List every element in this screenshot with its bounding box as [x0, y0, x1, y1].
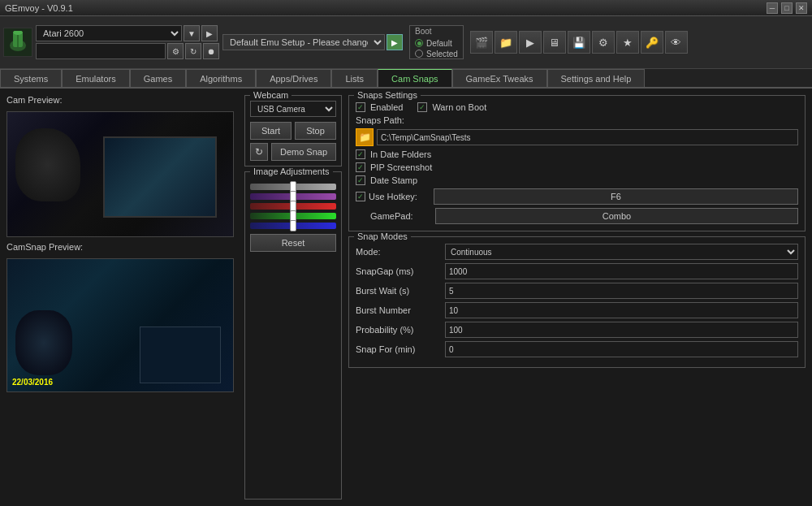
tab-lists[interactable]: Lists	[331, 69, 378, 87]
warn-on-boot-checkbox[interactable]	[417, 102, 427, 112]
hue-slider[interactable]	[250, 193, 336, 200]
key-icon-btn[interactable]: 🔑	[641, 31, 663, 54]
system-settings-btn[interactable]: ▼	[184, 25, 200, 41]
snaps-settings-group: Snaps Settings Enabled Warn on Boot Snap…	[348, 95, 806, 231]
snap-screen-shape	[140, 327, 221, 383]
burst-wait-label: Burst Wait (s)	[356, 286, 445, 296]
boot-selected-label: Selected	[426, 50, 458, 58]
chip-icon-btn[interactable]: 💾	[568, 31, 590, 54]
image-adj-group: Image Adjustments Reset	[244, 171, 342, 500]
folder-icon-btn[interactable]: 📁	[495, 31, 517, 54]
mode-row: Mode: Continuous Single Burst	[356, 244, 798, 260]
refresh-demo-row: ↻ Demo Snap	[250, 143, 336, 161]
emu-dropdown[interactable]: Default Emu Setup - Please change	[222, 34, 385, 50]
tab-cam-snaps[interactable]: Cam Snaps	[378, 69, 451, 87]
mode-label: Mode:	[356, 247, 445, 257]
red-slider[interactable]	[250, 203, 336, 210]
record-btn[interactable]: ⏺	[203, 43, 219, 59]
toolbar: Atari 2600 ▼ ▶ ⚙ ↻ ⏺ Default Emu Setup -…	[0, 16, 812, 69]
tab-gameex-tweaks[interactable]: GameEx Tweaks	[452, 69, 547, 87]
cam-monitor-shape	[103, 136, 217, 218]
system-dropdown[interactable]: Atari 2600	[36, 25, 182, 41]
eye-icon-btn[interactable]: 👁	[665, 31, 688, 54]
cam-preview-label: Cam Preview:	[6, 95, 238, 105]
enabled-row: Enabled Warn on Boot	[356, 102, 798, 112]
settings-icon-btn[interactable]: ⚙	[592, 31, 615, 54]
refresh-system-btn[interactable]: ↻	[185, 43, 201, 59]
tab-algorithms[interactable]: Algorithms	[186, 69, 256, 87]
tab-settings-help[interactable]: Settings and Help	[547, 69, 646, 87]
star-icon-btn[interactable]: ★	[616, 31, 639, 54]
pip-screenshot-checkbox[interactable]	[356, 162, 365, 172]
in-date-folders-checkbox[interactable]	[356, 149, 365, 159]
boot-selected-row[interactable]: Selected	[415, 50, 458, 58]
terminal-icon-btn[interactable]: ▶	[519, 31, 542, 54]
close-button[interactable]: ✕	[796, 2, 807, 14]
use-hotkey-checkbox[interactable]	[356, 192, 365, 201]
tab-emulators[interactable]: Emulators	[62, 69, 130, 87]
date-stamp-checkbox[interactable]	[356, 175, 365, 185]
hotkey-row: Use Hotkey: F6	[356, 188, 798, 205]
path-row: 📁	[356, 128, 798, 146]
tab-apps-drives[interactable]: Apps/Drives	[256, 69, 331, 87]
boot-section: Boot Default Selected	[409, 25, 464, 59]
image-adj-label: Image Adjustments	[250, 167, 333, 176]
title-bar-controls: ─ □ ✕	[767, 2, 807, 14]
cam-preview-box	[6, 111, 234, 237]
snap-date: 22/03/2016	[12, 378, 53, 387]
maximize-button[interactable]: □	[781, 2, 793, 14]
burst-number-input[interactable]	[445, 302, 798, 318]
snapgap-input[interactable]	[445, 263, 798, 279]
hotkey-button[interactable]: F6	[434, 188, 798, 205]
refresh-cam-button[interactable]: ↻	[250, 143, 268, 161]
green-slider[interactable]	[250, 213, 336, 219]
terminal-btn[interactable]: ▶	[201, 25, 218, 41]
snaps-path-input[interactable]	[377, 129, 798, 145]
burst-wait-input[interactable]	[445, 283, 798, 299]
search-btn[interactable]: ⚙	[167, 43, 184, 59]
toolbar-row-1: Atari 2600 ▼ ▶	[36, 25, 219, 41]
cam-subject-shape	[15, 128, 80, 201]
sliders-container	[250, 184, 336, 229]
boot-default-radio[interactable]	[415, 39, 423, 47]
warn-on-boot-label: Warn on Boot	[432, 102, 486, 112]
webcam-group: Webcam USB Camera Start Stop ↻ Demo Snap	[244, 95, 342, 167]
blue-thumb[interactable]	[290, 220, 296, 231]
mode-select[interactable]: Continuous Single Burst	[445, 244, 798, 260]
gamepad-button[interactable]: Combo	[435, 208, 798, 224]
demo-snap-button[interactable]: Demo Snap	[271, 143, 336, 161]
film-icon-btn[interactable]: 🎬	[470, 31, 493, 54]
webcam-device-select[interactable]: USB Camera	[250, 101, 336, 117]
probability-input[interactable]	[445, 322, 798, 338]
burst-wait-row: Burst Wait (s)	[356, 283, 798, 299]
minimize-button[interactable]: ─	[767, 2, 778, 14]
tab-games[interactable]: Games	[130, 69, 186, 87]
start-button[interactable]: Start	[250, 122, 292, 140]
blue-slider[interactable]	[250, 223, 336, 229]
snap-modes-group: Snap Modes Mode: Continuous Single Burst…	[348, 236, 806, 368]
toolbar-row-2: ⚙ ↻ ⏺	[36, 43, 219, 59]
search-input[interactable]	[36, 43, 166, 59]
boot-selected-radio[interactable]	[415, 50, 423, 58]
nav-tabs: Systems Emulators Games Algorithms Apps/…	[0, 69, 812, 89]
stop-button[interactable]: Stop	[295, 122, 336, 140]
reset-button[interactable]: Reset	[250, 234, 336, 252]
screen-icon-btn[interactable]: 🖥	[543, 31, 566, 54]
probability-label: Probability (%)	[356, 325, 445, 335]
burst-number-row: Burst Number	[356, 302, 798, 318]
icon-toolbar: 🎬 📁 ▶ 🖥 💾 ⚙ ★ 🔑 👁	[470, 31, 688, 54]
snap-for-row: Snap For (min)	[356, 341, 798, 357]
brightness-slider[interactable]	[250, 184, 336, 190]
folder-browse-button[interactable]: 📁	[356, 128, 374, 146]
boot-default-row[interactable]: Default	[415, 39, 458, 48]
snaps-settings-label: Snaps Settings	[354, 90, 421, 100]
probability-row: Probability (%)	[356, 322, 798, 338]
enabled-checkbox[interactable]	[356, 102, 365, 112]
date-stamp-label: Date Stamp	[370, 175, 417, 185]
date-stamp-row: Date Stamp	[356, 175, 798, 185]
snap-for-input[interactable]	[445, 341, 798, 357]
tab-systems[interactable]: Systems	[0, 69, 62, 87]
emu-go-btn[interactable]: ▶	[387, 34, 403, 50]
snaps-path-label: Snaps Path:	[356, 115, 404, 125]
in-date-folders-row: In Date Folders	[356, 149, 798, 159]
